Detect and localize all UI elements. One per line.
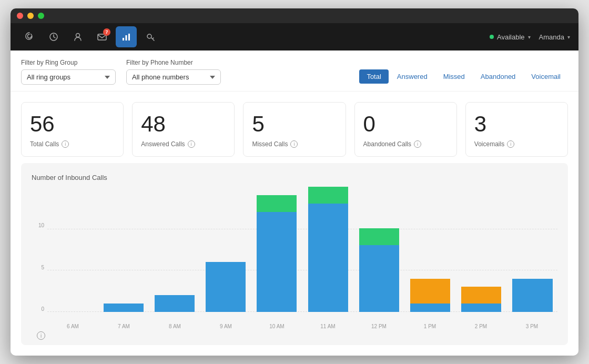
answered-segment (257, 212, 297, 312)
bar-col (149, 187, 199, 312)
status-dot (490, 35, 494, 39)
stat-abandoned-calls: 0 Abandoned Calls i (354, 102, 457, 157)
missed-segment (257, 195, 297, 212)
answered-segment (104, 304, 144, 312)
ring-group-label: Filter by Ring Group (21, 59, 116, 66)
tab-abandoned[interactable]: Abandoned (473, 69, 523, 84)
close-button[interactable] (17, 13, 23, 19)
answered-calls-number: 48 (141, 113, 166, 135)
x-label: 12 PM (353, 323, 404, 329)
answered-calls-info[interactable]: i (188, 140, 195, 148)
bar-col (354, 187, 404, 312)
missed-calls-number: 5 (252, 113, 264, 135)
tab-missed[interactable]: Missed (436, 69, 472, 84)
bar-col (456, 187, 506, 312)
bar-col (47, 187, 97, 312)
stat-voicemails: 3 Voicemails i (465, 102, 568, 157)
x-label: 10 AM (251, 323, 302, 329)
tab-voicemail[interactable]: Voicemail (524, 69, 568, 84)
svg-rect-5 (128, 34, 130, 41)
tab-total[interactable]: Total (359, 69, 388, 84)
bar-col (507, 187, 557, 312)
status-label: Available (497, 33, 525, 41)
x-label: 8 AM (149, 323, 200, 329)
maximize-button[interactable] (38, 13, 44, 19)
x-label: 7 AM (98, 323, 149, 329)
chart-container: Number of Inbound Calls 10 5 0 (21, 163, 568, 345)
total-calls-info[interactable]: i (62, 140, 69, 148)
email-badge: 7 (103, 28, 110, 36)
app-window: 7 Available ▾ (11, 8, 578, 356)
stats-row: 56 Total Calls i 48 Answered Calls i 5 M… (11, 92, 578, 163)
abandoned-calls-label: Abandoned Calls i (363, 140, 421, 148)
voicemails-label: Voicemails i (474, 140, 514, 148)
total-calls-number: 56 (30, 113, 55, 135)
clock-nav-icon[interactable] (43, 26, 64, 47)
answered-segment (512, 279, 552, 312)
voicemails-number: 3 (474, 113, 486, 135)
missed-calls-info[interactable]: i (290, 140, 298, 148)
email-nav-icon[interactable]: 7 (92, 26, 113, 47)
bars-group (47, 187, 557, 322)
svg-rect-4 (126, 35, 127, 41)
answered-segment (461, 304, 501, 312)
chart-title: Number of Inbound Calls (32, 174, 557, 181)
x-axis: 6 AM7 AM8 AM9 AM10 AM11 AM12 PM1 PM2 PM3… (32, 323, 557, 329)
abandoned-calls-number: 0 (363, 113, 375, 135)
missed-calls-label: Missed Calls i (252, 140, 298, 148)
x-label: 11 AM (302, 323, 353, 329)
phone-number-filter: Filter by Phone Number All phone numbers (126, 59, 221, 85)
total-calls-label: Total Calls i (30, 140, 69, 148)
voicemails-info[interactable]: i (507, 140, 514, 148)
phone-number-select[interactable]: All phone numbers (126, 69, 221, 85)
status-chevron: ▾ (528, 34, 531, 40)
chart-footer: i (32, 331, 557, 340)
bar-col (201, 187, 251, 312)
stat-missed-calls: 5 Missed Calls i (243, 102, 346, 157)
x-label: 9 AM (200, 323, 251, 329)
chart-info-icon[interactable]: i (37, 331, 45, 340)
abandoned-calls-info[interactable]: i (414, 140, 421, 148)
missed-segment (359, 228, 399, 245)
user-chevron: ▾ (567, 34, 570, 40)
navbar: 7 Available ▾ (11, 23, 578, 50)
abandoned-segment (410, 279, 450, 304)
user-menu[interactable]: Amanda ▾ (539, 33, 570, 41)
nav-right: Available ▾ Amanda ▾ (490, 33, 570, 41)
ring-group-filter: Filter by Ring Group All ring groups (21, 59, 116, 85)
abandoned-segment (461, 287, 501, 304)
key-nav-icon[interactable] (140, 26, 161, 47)
x-label: 3 PM (506, 323, 557, 329)
x-label: 2 PM (455, 323, 506, 329)
filter-tabs: Total Answered Missed Abandoned Voicemai… (359, 69, 568, 84)
y-axis: 10 5 0 (32, 187, 47, 312)
answered-segment (206, 262, 246, 312)
bar-col (98, 187, 148, 312)
chart-nav-icon[interactable] (116, 26, 137, 47)
svg-rect-3 (123, 38, 124, 41)
svg-point-6 (147, 34, 151, 38)
titlebar (11, 8, 578, 23)
missed-segment (308, 187, 348, 204)
answered-calls-label: Answered Calls i (141, 140, 195, 148)
ring-group-select[interactable]: All ring groups (21, 69, 116, 85)
status-selector[interactable]: Available ▾ (490, 33, 531, 41)
chart-body: 10 5 0 (32, 187, 557, 322)
x-label: 6 AM (47, 323, 98, 329)
x-label: 1 PM (404, 323, 455, 329)
user-name-label: Amanda (539, 33, 564, 41)
bar-col (303, 187, 353, 312)
minimize-button[interactable] (27, 13, 34, 19)
answered-segment (155, 295, 195, 312)
filter-bar: Filter by Ring Group All ring groups Fil… (11, 50, 578, 92)
bar-col (252, 187, 302, 312)
person-nav-icon[interactable] (67, 26, 88, 47)
spiral-nav-icon[interactable] (19, 26, 40, 47)
tab-answered[interactable]: Answered (390, 69, 435, 84)
stat-answered-calls: 48 Answered Calls i (132, 102, 235, 157)
main-content: Filter by Ring Group All ring groups Fil… (11, 50, 578, 356)
phone-number-label: Filter by Phone Number (126, 59, 221, 66)
answered-segment (410, 304, 450, 312)
chart-area: 10 5 0 6 AM7 AM8 AM9 AM10 AM11 AM12 PM1 … (32, 187, 557, 340)
nav-icon-group: 7 (19, 26, 490, 47)
